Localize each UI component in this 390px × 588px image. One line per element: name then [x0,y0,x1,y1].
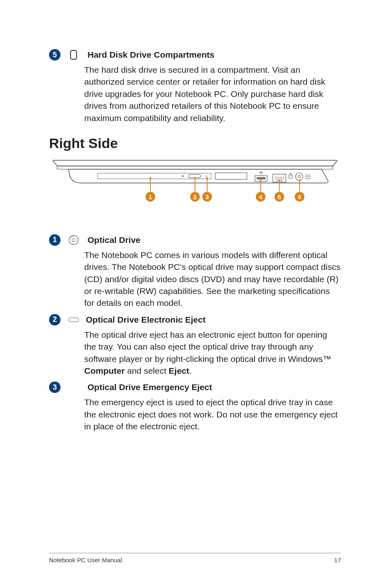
section-hdd: 5 Hard Disk Drive Compartments The hard … [49,49,341,124]
callout-4: 4 [256,192,266,202]
optical-drive-icon [68,235,79,245]
emergency-title: Optical Drive Emergency Eject [87,382,212,392]
eject-button-icon [68,317,79,323]
footer-page-number: 17 [334,557,341,563]
eject-body: The optical drive eject has an electroni… [84,329,341,377]
section-emergency-eject: 3 Optical Drive Emergency Eject The emer… [49,382,341,432]
svg-point-20 [307,177,308,178]
hdd-title: Hard Disk Drive Compartments [87,50,214,60]
svg-point-28 [260,180,262,182]
hdd-body: The hard disk drive is secured in a comp… [84,64,341,124]
optical-title: Optical Drive [87,235,141,245]
emergency-body: The emergency eject is used to eject the… [84,396,341,432]
svg-rect-0 [71,50,77,59]
eject-body-eject: Eject [169,366,189,375]
eject-heading-row: 2 Optical Drive Electronic Eject [49,314,341,325]
hdd-icon [68,49,79,60]
svg-rect-35 [69,318,79,321]
callout-6: 6 [295,192,305,202]
page-footer: Notebook PC User Manual 17 [49,553,341,563]
callout-5: 5 [274,192,284,202]
svg-point-24 [194,177,196,179]
callout-3: 3 [202,192,212,202]
hdd-heading-row: 5 Hard Disk Drive Compartments [49,49,341,61]
eject-body-mid: and select [125,366,168,375]
svg-rect-15 [289,175,292,178]
svg-rect-3 [188,175,201,178]
page: 5 Hard Disk Drive Compartments The hard … [0,0,390,588]
number-badge-2: 2 [49,314,61,325]
svg-text:DCIN: DCIN [305,174,311,176]
right-side-diagram: DCIN 1 2 3 4 5 6 [49,157,341,214]
svg-point-34 [72,238,75,241]
number-badge-5: 5 [49,49,61,61]
svg-point-16 [296,173,303,180]
eject-body-pre: The optical drive eject has an electroni… [84,330,332,364]
optical-heading-row: 1 Optical Drive [49,234,341,246]
eject-body-post: . [189,366,192,375]
svg-point-22 [150,177,152,179]
svg-point-33 [69,236,78,245]
emergency-heading-row: 3 Optical Drive Emergency Eject [49,382,341,393]
optical-body: The Notebook PC comes in various models … [84,249,341,309]
svg-point-17 [298,175,300,178]
svg-point-26 [206,177,208,179]
footer-title: Notebook PC User Manual [49,557,122,563]
callout-1: 1 [146,192,155,202]
svg-point-30 [278,180,280,182]
eject-title: Optical Drive Electronic Eject [86,315,206,325]
svg-point-32 [298,180,300,182]
svg-point-4 [206,175,207,177]
section-optical-drive: 1 Optical Drive The Notebook PC comes in… [49,234,341,309]
svg-point-2 [182,175,184,177]
eject-body-computer: Computer [84,366,125,375]
svg-rect-5 [215,173,247,180]
heading-right-side: Right Side [49,135,341,151]
section-electronic-eject: 2 Optical Drive Electronic Eject The opt… [49,314,341,377]
callout-2: 2 [190,192,200,202]
svg-rect-7 [257,177,266,180]
number-badge-1: 1 [49,234,61,246]
number-badge-3: 3 [49,382,61,393]
